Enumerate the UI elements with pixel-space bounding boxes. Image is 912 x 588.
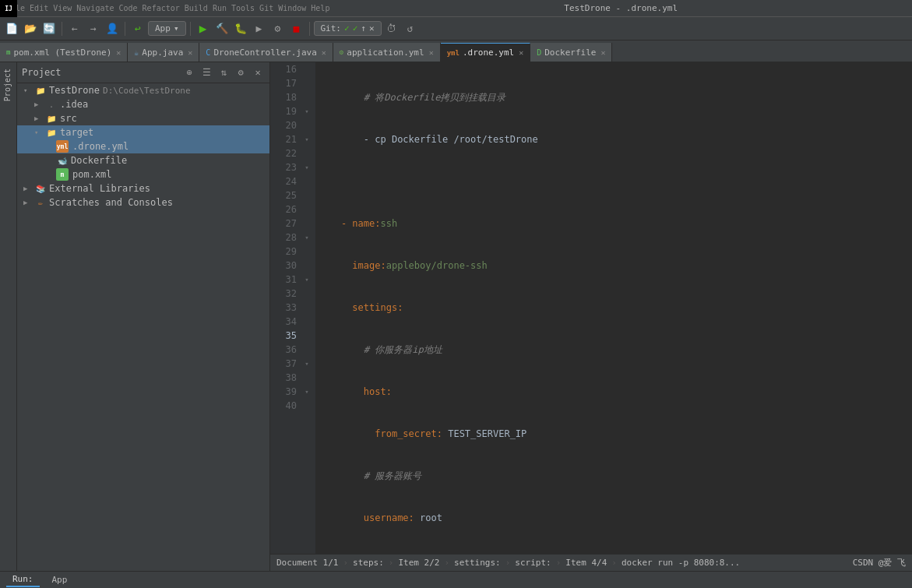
- tab-pom-label: pom.xml (TestDrone): [13, 48, 111, 58]
- ln-18: 18: [270, 90, 297, 104]
- pom-close[interactable]: ✕: [116, 48, 121, 57]
- app-run-tab[interactable]: App: [46, 573, 74, 586]
- code-16: # 将Dockerfile拷贝到挂载目录: [319, 90, 912, 104]
- build-btn[interactable]: 🔨: [213, 20, 231, 37]
- dockerfile-icon-tree: 🐋: [56, 154, 69, 167]
- editor: 16 17 18 19 20 21 22 23 24 25 26 27 28 2…: [270, 62, 912, 571]
- tab-drone[interactable]: yml .drone.yml ✕: [441, 43, 531, 62]
- target-icon: 📁: [45, 126, 58, 139]
- code-19: - name: ssh: [319, 217, 912, 231]
- code-area[interactable]: # 将Dockerfile拷贝到挂载目录 - cp Dockerfile /ro…: [315, 62, 912, 554]
- tab-app[interactable]: ☕ App.java ✕: [128, 43, 199, 62]
- project-tree: ▾ 📁 TestDrone D:\Code\TestDrone ▶ . .ide…: [17, 83, 269, 571]
- ln-20: 20: [270, 118, 297, 132]
- tab-application[interactable]: ⚙ application.yml ✕: [333, 43, 441, 62]
- git-check1: ✓: [344, 23, 350, 33]
- ga-37[interactable]: ▾: [301, 357, 312, 371]
- ga-28[interactable]: ▾: [301, 231, 312, 245]
- app-dropdown[interactable]: App ▾: [148, 21, 186, 36]
- tree-target[interactable]: ▾ 📁 target: [17, 125, 269, 139]
- ga-16: [301, 62, 312, 76]
- sidebar-collapse-btn[interactable]: ☰: [199, 65, 213, 79]
- undo-btn[interactable]: ↺: [402, 20, 419, 37]
- root-label: TestDrone: [49, 85, 100, 96]
- run-tab[interactable]: Run:: [6, 572, 40, 587]
- root-icon: 📁: [34, 84, 47, 97]
- dockerfile-label: Dockerfile: [71, 155, 127, 166]
- back-btn[interactable]: ←: [66, 20, 83, 37]
- tree-dockerfile[interactable]: 🐋 Dockerfile: [17, 153, 269, 167]
- profile-btn[interactable]: ⚙: [269, 20, 287, 37]
- sidebar-add-btn[interactable]: ⊕: [182, 65, 196, 79]
- tree-idea[interactable]: ▶ . .idea: [17, 97, 269, 111]
- ga-31[interactable]: ▾: [301, 273, 312, 287]
- sep3: [190, 22, 191, 36]
- tree-src[interactable]: ▶ 📁 src: [17, 111, 269, 125]
- revert-btn[interactable]: ↩: [129, 20, 146, 37]
- ga-32: [301, 287, 312, 301]
- root-arrow: ▾: [23, 86, 34, 94]
- tab-controller[interactable]: C DroneController.java ✕: [199, 43, 333, 62]
- app-chevron: ▾: [174, 23, 179, 33]
- app-icon: ☕: [134, 48, 139, 57]
- ga-36: [301, 343, 312, 357]
- sync-btn[interactable]: 🔄: [40, 20, 58, 37]
- forward-btn[interactable]: →: [85, 20, 102, 37]
- code-27: # 密码登入方法: [319, 553, 912, 554]
- ln-40: 40: [270, 399, 297, 413]
- sidebar-title: Project: [22, 67, 179, 78]
- ga-29: [301, 245, 312, 259]
- src-arrow: ▶: [34, 114, 45, 122]
- sidebar-settings-btn[interactable]: ⚙: [234, 65, 248, 79]
- git-btn[interactable]: Git: ✓ ✓ ↑ ✕: [314, 21, 382, 36]
- app-close[interactable]: ✕: [188, 48, 192, 57]
- ga-26: [301, 202, 312, 217]
- git-label: Git:: [321, 23, 342, 33]
- ln-28: 28: [270, 231, 297, 245]
- ga-34: [301, 315, 312, 329]
- tree-external[interactable]: ▶ 📚 External Libraries: [17, 181, 269, 195]
- sidebar-sort-btn[interactable]: ⇅: [217, 65, 231, 79]
- stop-btn[interactable]: ■: [288, 20, 305, 37]
- project-vertical-tab[interactable]: Project: [0, 62, 16, 107]
- ga-19[interactable]: ▾: [301, 104, 312, 118]
- tree-pom[interactable]: m pom.xml: [17, 167, 269, 181]
- ga-23[interactable]: ▾: [301, 160, 312, 174]
- user-btn[interactable]: 👤: [104, 20, 121, 37]
- coverage-btn[interactable]: ▶: [251, 20, 268, 37]
- controller-close[interactable]: ✕: [322, 48, 326, 57]
- code-17: - cp Dockerfile /root/testDrone: [319, 132, 912, 146]
- tree-scratches[interactable]: ▶ ✏ Scratches and Consoles: [17, 195, 269, 209]
- ln-19: 19: [270, 104, 297, 118]
- idea-icon: .: [45, 98, 58, 111]
- new-btn[interactable]: 📄: [3, 20, 20, 37]
- git-up: ↑: [361, 23, 366, 33]
- ln-22: 22: [270, 146, 297, 160]
- tree-root[interactable]: ▾ 📁 TestDrone D:\Code\TestDrone: [17, 83, 269, 97]
- scratches-arrow: ▶: [23, 199, 34, 206]
- tab-pom[interactable]: m pom.xml (TestDrone) ✕: [0, 43, 128, 62]
- git-history-btn[interactable]: ⏱: [383, 20, 400, 37]
- idea-arrow: ▶: [34, 100, 45, 108]
- code-18: [319, 174, 912, 188]
- ln-34: 34: [270, 315, 297, 329]
- application-close[interactable]: ✕: [429, 48, 434, 57]
- target-arrow: ▾: [34, 129, 45, 136]
- status-bar: Document 1/1 › steps: › Item 2/2 › setti…: [270, 554, 912, 571]
- sep2: [125, 22, 125, 36]
- status-script: script:: [515, 558, 551, 568]
- ga-33: [301, 301, 312, 315]
- run-btn[interactable]: ▶: [195, 20, 212, 37]
- open-btn[interactable]: 📂: [22, 20, 39, 37]
- drone-close[interactable]: ✕: [519, 48, 523, 57]
- ga-39[interactable]: ▾: [301, 385, 312, 399]
- editor-content[interactable]: 16 17 18 19 20 21 22 23 24 25 26 27 28 2…: [270, 62, 912, 554]
- left-tab: Project: [0, 62, 17, 571]
- tab-dockerfile[interactable]: D Dockerfile ✕: [530, 43, 612, 62]
- controller-icon: C: [206, 48, 210, 57]
- sidebar-close-btn[interactable]: ✕: [251, 65, 265, 79]
- debug-btn[interactable]: 🐛: [232, 20, 249, 37]
- tree-drone-yml[interactable]: yml .drone.yml: [17, 139, 269, 153]
- dockerfile-close[interactable]: ✕: [600, 48, 605, 57]
- ga-21[interactable]: ▾: [301, 132, 312, 146]
